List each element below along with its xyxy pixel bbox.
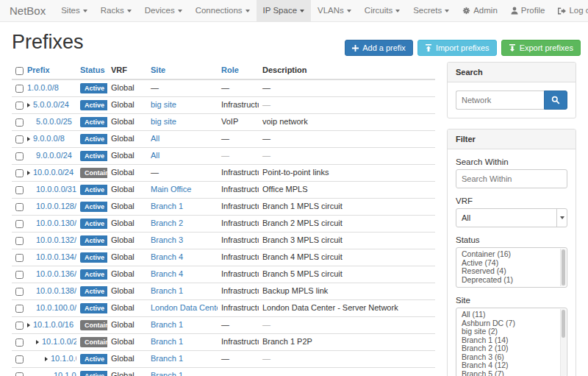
site-link[interactable]: Branch 4 (151, 252, 183, 261)
row-checkbox[interactable] (15, 135, 24, 143)
search-input[interactable] (456, 91, 544, 110)
prefix-link[interactable]: 10.0.0.130/31 (36, 219, 76, 227)
prefix-link[interactable]: 10.0.0.138/31 (36, 286, 76, 295)
scrollbar-thumb[interactable] (562, 310, 565, 338)
prefix-link[interactable]: 10.1.0.0/25 (51, 354, 76, 363)
vrf-value: Global (111, 286, 135, 295)
site-link[interactable]: Branch 1 (151, 320, 183, 329)
nav-item-circuits[interactable]: Circuits (358, 0, 406, 21)
export-prefixes-button[interactable]: Export prefixes (501, 40, 581, 56)
button-label: Export prefixes (520, 43, 573, 52)
row-checkbox[interactable] (15, 305, 24, 313)
vrf-select[interactable]: All (456, 208, 567, 227)
nav-item-connections[interactable]: Connections (189, 0, 257, 21)
filter-option[interactable]: big site (2) (456, 327, 567, 336)
nav-item-profile[interactable]: Profile (504, 0, 552, 21)
prefix-link[interactable]: 10.1.0.0/16 (33, 320, 74, 329)
row-checkbox[interactable] (15, 322, 24, 330)
site-link[interactable]: Branch 1 (151, 371, 183, 376)
nav-item-ip-space[interactable]: IP Space (257, 0, 311, 21)
description-cell: — (259, 367, 435, 376)
row-checkbox[interactable] (15, 271, 24, 279)
filter-option[interactable]: Branch 4 (12) (456, 361, 567, 370)
nav-item-log-out[interactable]: Log out (551, 0, 588, 21)
nav-item-secrets[interactable]: Secrets (406, 0, 456, 21)
expand-caret-icon[interactable] (36, 340, 39, 344)
site-link[interactable]: All (151, 151, 159, 160)
expand-caret-icon[interactable] (27, 323, 30, 327)
nav-item-sites[interactable]: Sites (54, 0, 94, 21)
prefix-link[interactable]: 9.0.0.0/24 (36, 151, 72, 160)
select-all-checkbox[interactable] (15, 67, 24, 75)
prefix-link[interactable]: 10.0.0.132/31 (36, 235, 76, 244)
row-checkbox[interactable] (15, 254, 24, 262)
expand-caret-icon[interactable] (27, 171, 30, 175)
site-link[interactable]: All (151, 134, 159, 143)
site-link[interactable]: Branch 1 (151, 202, 183, 210)
row-checkbox[interactable] (15, 102, 24, 110)
prefix-link[interactable]: 1.0.0.0/8 (27, 83, 59, 92)
prefix-link[interactable]: 5.0.0.0/25 (36, 117, 72, 126)
column-sort-link[interactable]: Status (80, 65, 105, 74)
filter-option[interactable]: All (11) (456, 311, 567, 319)
prefix-link[interactable]: 10.0.0.134/31 (36, 252, 76, 261)
site-link[interactable]: Branch 3 (151, 235, 183, 244)
row-checkbox[interactable] (15, 169, 24, 177)
vrf-cell: Global (107, 147, 147, 164)
prefix-link[interactable]: 10.0.0.0/24 (33, 168, 74, 177)
row-checkbox[interactable] (15, 118, 24, 127)
app-brand[interactable]: NetBox (10, 0, 46, 21)
site-link[interactable]: big site (151, 117, 176, 126)
column-sort-link[interactable]: Prefix (27, 65, 50, 74)
search-within-input[interactable] (456, 169, 567, 188)
site-label: Site (456, 296, 567, 305)
nav-item-admin[interactable]: Admin (456, 0, 504, 21)
prefix-link[interactable]: 10.1.0.0/26 (54, 371, 76, 376)
search-button[interactable] (544, 91, 567, 110)
site-link[interactable]: Main Office (151, 185, 191, 194)
site-link[interactable]: Branch 1 (151, 337, 183, 346)
expand-caret-icon[interactable] (45, 357, 48, 361)
prefix-link[interactable]: 10.0.0.136/31 (36, 269, 76, 278)
site-link[interactable]: Branch 2 (151, 219, 183, 227)
row-checkbox[interactable] (15, 288, 24, 296)
site-link[interactable]: Branch 1 (151, 286, 183, 295)
nav-item-devices[interactable]: Devices (138, 0, 189, 21)
filter-option[interactable]: Branch 5 (7) (456, 370, 567, 376)
nav-item-racks[interactable]: Racks (94, 0, 138, 21)
scrollbar-thumb[interactable] (562, 249, 565, 285)
row-checkbox[interactable] (15, 186, 24, 194)
expand-caret-icon[interactable] (27, 103, 30, 107)
prefix-link[interactable]: 10.0.0.128/31 (36, 202, 76, 210)
import-prefixes-button[interactable]: Import prefixes (417, 40, 497, 56)
row-checkbox[interactable] (15, 220, 24, 228)
site-link[interactable]: Branch 4 (151, 269, 183, 278)
row-checkbox[interactable] (15, 152, 24, 160)
prefix-link[interactable]: 5.0.0.0/24 (33, 100, 69, 109)
filter-option[interactable]: Reserved (4) (456, 267, 567, 276)
site-link[interactable]: London Data Center (151, 303, 218, 312)
site-cell: — (147, 164, 218, 181)
row-checkbox[interactable] (15, 203, 24, 211)
filter-option[interactable]: Deprecated (1) (456, 276, 567, 285)
row-checkbox[interactable] (15, 85, 24, 93)
row-checkbox[interactable] (15, 338, 24, 347)
row-checkbox[interactable] (15, 372, 24, 376)
expand-caret-icon[interactable] (27, 137, 30, 141)
nav-item-vlans[interactable]: VLANs (311, 0, 358, 21)
prefix-link[interactable]: 10.1.0.0/24 (42, 337, 76, 346)
prefix-link[interactable]: 10.0.100.0/24 (36, 303, 76, 312)
table-row: 5.0.0.0/24ActiveGlobalbig siteInfrastruc… (12, 96, 435, 113)
status-cell: Active (76, 198, 107, 215)
prefix-link[interactable]: 9.0.0.0/8 (33, 134, 65, 143)
filter-option[interactable]: Branch 2 (10) (456, 344, 567, 353)
column-sort-link[interactable]: Site (151, 65, 165, 74)
site-link[interactable]: big site (151, 100, 176, 109)
prefix-link[interactable]: 10.0.0.0/31 (36, 185, 76, 194)
filter-option[interactable]: Container (16) (456, 250, 567, 259)
site-link[interactable]: Branch 1 (151, 354, 183, 363)
add-a-prefix-button[interactable]: Add a prefix (345, 40, 413, 56)
column-sort-link[interactable]: Role (221, 65, 239, 74)
row-checkbox[interactable] (15, 355, 24, 363)
row-checkbox[interactable] (15, 237, 24, 245)
